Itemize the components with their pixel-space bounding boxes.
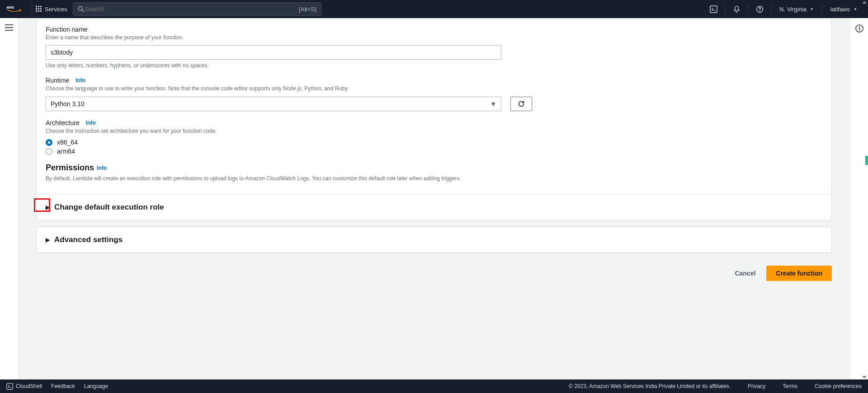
global-navbar: aws Services [Alt+S] N. Virginia latifaw… [0, 0, 868, 18]
runtime-select[interactable]: Python 3.10 ▼ [46, 97, 501, 111]
advanced-settings-expander[interactable]: ▶ Advanced settings [37, 227, 831, 253]
svg-point-10 [78, 6, 82, 10]
runtime-value: Python 3.10 [51, 100, 85, 108]
region-selector[interactable]: N. Virginia [775, 6, 818, 13]
cloudshell-icon[interactable] [706, 5, 721, 13]
svg-point-19 [859, 26, 860, 27]
runtime-refresh-button[interactable] [510, 97, 532, 111]
privacy-link[interactable]: Privacy [748, 383, 765, 389]
form-actions: Cancel Create function [36, 266, 832, 281]
runtime-label: Runtime [46, 77, 69, 84]
refresh-icon [518, 100, 525, 108]
permissions-label: Permissions [46, 163, 94, 173]
svg-text:aws: aws [6, 5, 14, 9]
divider [32, 4, 32, 14]
language-link[interactable]: Language [84, 383, 108, 389]
architecture-x86-label: x86_64 [57, 139, 78, 146]
architecture-x86-radio[interactable]: x86_64 [46, 139, 822, 146]
cancel-button[interactable]: Cancel [732, 266, 758, 281]
svg-rect-21 [7, 383, 13, 389]
architecture-arm-label: arm64 [57, 148, 75, 155]
global-search[interactable]: [Alt+S] [73, 2, 321, 16]
left-nav-rail [0, 18, 18, 379]
hamburger-icon[interactable] [5, 24, 13, 31]
account-menu[interactable]: latifaws [826, 6, 862, 13]
search-input[interactable] [84, 5, 299, 13]
function-name-desc: Enter a name that describes the purpose … [46, 34, 822, 42]
help-icon[interactable] [752, 5, 767, 13]
runtime-info-link[interactable]: Info [75, 77, 85, 84]
terms-link[interactable]: Terms [783, 383, 797, 389]
cloudshell-label: CloudShell [16, 383, 42, 389]
services-label: Services [45, 6, 67, 13]
radio-icon [46, 139, 52, 146]
scroll-up-arrow[interactable] [862, 1, 867, 4]
svg-rect-2 [38, 6, 39, 7]
architecture-info-link[interactable]: Info [86, 120, 96, 126]
divider [771, 4, 771, 14]
divider [822, 4, 822, 14]
info-icon[interactable] [855, 24, 863, 33]
search-shortcut: [Alt+S] [299, 6, 316, 13]
radio-icon [46, 148, 52, 155]
function-name-hint: Use only letters, numbers, hyphens, or u… [46, 62, 822, 69]
svg-rect-1 [36, 6, 37, 7]
runtime-desc: Choose the language to use to write your… [46, 85, 822, 93]
svg-rect-7 [36, 10, 37, 12]
basic-info-panel: Function name Enter a name that describe… [36, 18, 832, 220]
function-name-field: Function name Enter a name that describe… [46, 26, 822, 69]
scroll-indicator [865, 156, 868, 165]
svg-rect-5 [38, 8, 39, 9]
advanced-settings-label: Advanced settings [54, 235, 123, 244]
runtime-field: Runtime Info Choose the language to use … [46, 77, 822, 111]
aws-logo[interactable]: aws [6, 5, 22, 14]
svg-rect-6 [40, 8, 42, 9]
permissions-info-link[interactable]: Info [97, 165, 107, 171]
chevron-down-icon: ▼ [490, 100, 496, 108]
permissions-field: Permissions Info By default, Lambda will… [46, 163, 822, 182]
feedback-link[interactable]: Feedback [51, 383, 75, 389]
architecture-field: Architecture Info Choose the instruction… [46, 119, 822, 155]
svg-rect-4 [36, 8, 37, 9]
svg-rect-8 [38, 10, 39, 12]
architecture-desc: Choose the instruction set architecture … [46, 127, 822, 135]
cookies-link[interactable]: Cookie preferences [815, 383, 862, 389]
architecture-label: Architecture [46, 119, 80, 126]
scroll-down-arrow[interactable] [862, 376, 867, 379]
execution-role-expander-label: Change default execution role [54, 203, 164, 212]
global-footer: CloudShell Feedback Language © 2023, Ama… [0, 379, 868, 393]
permissions-desc: By default, Lambda will create an execut… [46, 175, 822, 182]
svg-line-11 [82, 10, 84, 12]
services-menu[interactable]: Services [36, 6, 67, 13]
search-icon [78, 6, 84, 12]
notifications-icon[interactable] [729, 5, 744, 13]
advanced-settings-panel: ▶ Advanced settings [36, 227, 832, 253]
grid-icon [36, 6, 42, 12]
cloudshell-icon [6, 383, 13, 390]
svg-point-14 [759, 10, 760, 11]
svg-rect-3 [40, 6, 42, 7]
cloudshell-link[interactable]: CloudShell [6, 383, 42, 390]
copyright-text: © 2023, Amazon Web Services India Privat… [569, 383, 731, 389]
caret-right-icon: ▶ [46, 204, 50, 211]
function-name-label: Function name [46, 26, 822, 33]
execution-role-expander[interactable]: ▶ Change default execution role [37, 195, 831, 220]
create-function-button[interactable]: Create function [766, 266, 832, 281]
divider [725, 4, 725, 14]
caret-right-icon: ▶ [46, 237, 50, 243]
divider [748, 4, 748, 14]
svg-rect-9 [40, 10, 42, 12]
architecture-arm-radio[interactable]: arm64 [46, 148, 822, 155]
right-help-rail [850, 18, 868, 379]
function-name-input[interactable] [46, 45, 501, 60]
svg-rect-20 [859, 28, 860, 30]
main-content: Function name Enter a name that describe… [18, 18, 850, 379]
